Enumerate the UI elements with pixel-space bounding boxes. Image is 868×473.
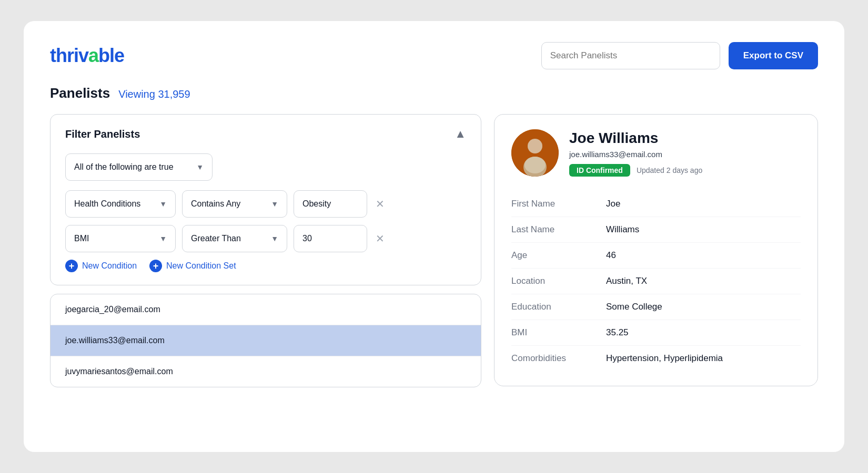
field-label-location: Location <box>511 276 606 286</box>
condition-operator-dropdown-1[interactable]: Contains Any ▼ <box>182 190 287 218</box>
filter-title: Filter Panelists <box>65 128 140 140</box>
header: thrivable Export to CSV <box>50 42 818 69</box>
main-container: thrivable Export to CSV Panelists Viewin… <box>24 21 844 452</box>
profile-badges: ID Confirmed Updated 2 days ago <box>569 164 702 177</box>
new-condition-set-button[interactable]: + New Condition Set <box>149 260 236 272</box>
field-row-bmi: BMI 35.25 <box>511 320 801 346</box>
new-condition-set-label: New Condition Set <box>166 261 236 271</box>
condition-field-value-2: BMI <box>74 234 89 243</box>
chevron-down-icon: ▼ <box>159 200 167 208</box>
chevron-down-icon: ▼ <box>196 163 204 171</box>
field-row-firstname: First Name Joe <box>511 191 801 217</box>
field-label-lastname: Last Name <box>511 224 606 235</box>
header-right: Export to CSV <box>541 42 818 69</box>
svg-point-3 <box>524 157 546 173</box>
plus-circle-icon: + <box>65 260 78 272</box>
field-value-firstname: Joe <box>606 199 620 209</box>
remove-condition-button-1[interactable]: ✕ <box>374 196 387 212</box>
list-item[interactable]: juvymariesantos@email.com <box>51 356 481 387</box>
updated-text: Updated 2 days ago <box>637 166 702 174</box>
chevron-down-icon: ▼ <box>159 234 167 243</box>
field-row-lastname: Last Name Williams <box>511 217 801 243</box>
condition-field-dropdown-1[interactable]: Health Conditions ▼ <box>65 190 176 218</box>
filter-header: Filter Panelists ▲ <box>65 127 466 141</box>
profile-fields: First Name Joe Last Name Williams Age 46… <box>511 191 801 371</box>
left-panel: Filter Panelists ▲ All of the following … <box>50 114 481 387</box>
new-condition-row: + New Condition + New Condition Set <box>65 260 466 272</box>
condition-value-input-2[interactable] <box>294 225 367 252</box>
chevron-down-icon: ▼ <box>271 234 278 243</box>
field-value-comorbidities: Hypertension, Hyperlipidemia <box>606 353 723 364</box>
field-value-age: 46 <box>606 250 616 261</box>
logo: thrivable <box>50 45 124 67</box>
condition-operator-value-2: Greater Than <box>191 234 241 243</box>
collapse-button[interactable]: ▲ <box>455 127 466 141</box>
results-list: joegarcia_20@email.com joe.williams33@em… <box>50 294 481 387</box>
field-label-comorbidities: Comorbidities <box>511 353 606 364</box>
field-value-lastname: Williams <box>606 224 639 235</box>
condition-operator-value-1: Contains Any <box>191 199 240 209</box>
list-item[interactable]: joegarcia_20@email.com <box>51 294 481 325</box>
panelists-heading: Panelists Viewing 31,959 <box>50 85 818 101</box>
condition-row-1: Health Conditions ▼ Contains Any ▼ ✕ <box>65 190 466 218</box>
field-row-location: Location Austin, TX <box>511 269 801 294</box>
profile-name: Joe Williams <box>569 130 702 147</box>
profile-header: Joe Williams joe.williams33@email.com ID… <box>511 129 801 177</box>
field-label-age: Age <box>511 250 606 261</box>
field-value-education: Some College <box>606 302 662 312</box>
filter-box: Filter Panelists ▲ All of the following … <box>50 114 481 285</box>
condition-value-input-1[interactable] <box>294 190 367 218</box>
condition-field-dropdown-2[interactable]: BMI ▼ <box>65 225 176 252</box>
id-confirmed-badge: ID Confirmed <box>569 164 630 177</box>
field-label-firstname: First Name <box>511 199 606 209</box>
profile-info: Joe Williams joe.williams33@email.com ID… <box>569 130 702 177</box>
new-condition-label: New Condition <box>82 261 137 271</box>
remove-condition-button-2[interactable]: ✕ <box>374 230 387 247</box>
svg-point-1 <box>528 139 542 153</box>
search-input[interactable] <box>541 42 720 69</box>
field-label-education: Education <box>511 302 606 312</box>
new-condition-button[interactable]: + New Condition <box>65 260 137 272</box>
logo-text: thrivable <box>50 45 124 66</box>
profile-email-text: joe.williams33@email.com <box>569 150 702 159</box>
panelists-title: Panelists <box>50 85 110 101</box>
logic-dropdown[interactable]: All of the following are true ▼ <box>65 153 213 181</box>
profile-card: Joe Williams joe.williams33@email.com ID… <box>494 114 818 386</box>
logic-dropdown-value: All of the following are true <box>74 162 174 172</box>
chevron-down-icon: ▼ <box>271 200 278 208</box>
field-value-bmi: 35.25 <box>606 327 629 338</box>
field-row-comorbidities: Comorbidities Hypertension, Hyperlipidem… <box>511 346 801 371</box>
plus-circle-set-icon: + <box>149 260 162 272</box>
field-row-age: Age 46 <box>511 243 801 269</box>
avatar <box>511 129 559 177</box>
field-value-location: Austin, TX <box>606 276 647 286</box>
condition-row-2: BMI ▼ Greater Than ▼ ✕ <box>65 225 466 252</box>
list-item[interactable]: joe.williams33@email.com <box>51 325 481 356</box>
condition-operator-dropdown-2[interactable]: Greater Than ▼ <box>182 225 287 252</box>
content-area: Filter Panelists ▲ All of the following … <box>50 114 818 387</box>
field-label-bmi: BMI <box>511 327 606 338</box>
logic-row: All of the following are true ▼ <box>65 153 466 181</box>
condition-field-value-1: Health Conditions <box>74 199 140 209</box>
field-row-education: Education Some College <box>511 294 801 320</box>
viewing-count: Viewing 31,959 <box>118 88 190 100</box>
export-button[interactable]: Export to CSV <box>729 42 818 69</box>
